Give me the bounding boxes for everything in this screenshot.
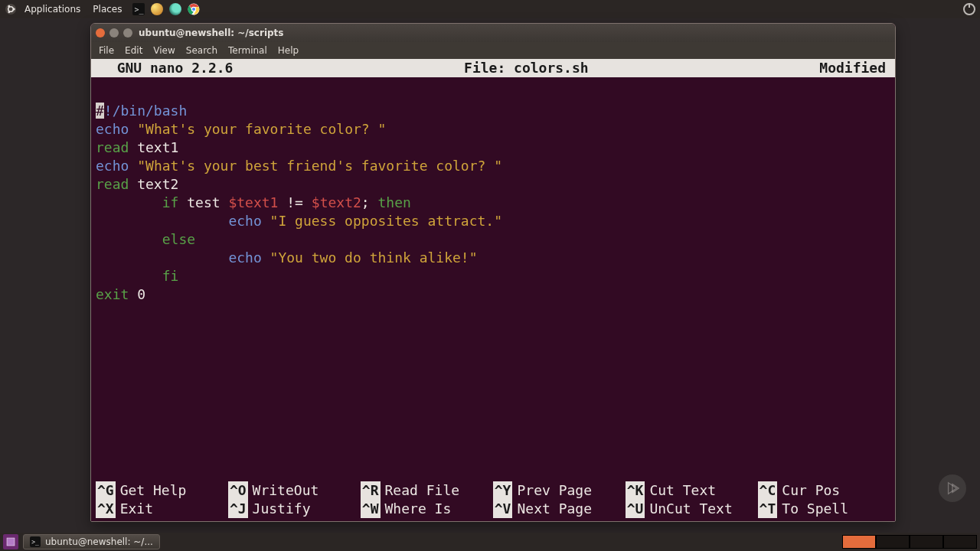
window-titlebar[interactable]: ubuntu@newshell: ~/scripts xyxy=(91,24,895,42)
nano-app-version: GNU nano 2.2.6 xyxy=(100,59,233,77)
shortcut-to-spell[interactable]: ^TTo Spell xyxy=(758,500,890,518)
variable-ref: $text1 xyxy=(228,194,278,210)
taskbar-item-terminal[interactable]: >_ ubuntu@newshell: ~/... xyxy=(23,534,160,549)
app-launcher-icon-2[interactable] xyxy=(169,3,181,15)
semicolon: ; xyxy=(361,194,378,210)
read-cmd: read xyxy=(96,176,129,192)
shortcut-label: Exit xyxy=(120,500,153,518)
var-name: text1 xyxy=(129,139,178,155)
shortcut-label: Cut Text xyxy=(649,481,716,500)
terminal-menubar: File Edit View Search Terminal Help xyxy=(91,42,895,59)
places-menu[interactable]: Places xyxy=(88,0,126,18)
nano-modified-flag: Modified xyxy=(819,59,886,77)
svg-point-4 xyxy=(8,11,10,13)
terminal-icon: >_ xyxy=(30,536,41,547)
string-literal: "What's your favorite color? " xyxy=(137,121,386,137)
window-title: ubuntu@newshell: ~/scripts xyxy=(139,28,284,38)
editor-content[interactable]: #!/bin/bash echo "What's your favorite c… xyxy=(91,77,895,307)
close-button[interactable] xyxy=(96,28,105,37)
chrome-launcher-icon[interactable] xyxy=(188,3,200,15)
svg-point-3 xyxy=(8,5,10,8)
nano-file-label: File: colors.sh xyxy=(233,59,819,77)
indent xyxy=(96,268,162,284)
workspace-3[interactable] xyxy=(910,535,943,549)
shortcut-label: Read File xyxy=(385,481,460,500)
if-keyword: if xyxy=(162,194,188,210)
menu-search[interactable]: Search xyxy=(181,44,222,57)
exit-cmd: exit xyxy=(96,286,129,302)
exit-code: 0 xyxy=(129,286,145,302)
shortcut-cur-pos[interactable]: ^CCur Pos xyxy=(758,481,890,500)
terminal-window: ubuntu@newshell: ~/scripts File Edit Vie… xyxy=(90,23,896,522)
else-keyword: else xyxy=(162,231,195,247)
shortcut-label: WriteOut xyxy=(253,481,319,500)
app-launcher-icon-1[interactable] xyxy=(151,3,163,15)
read-cmd: read xyxy=(96,139,129,155)
shortcut-label: Where Is xyxy=(385,500,452,518)
shortcut-prev-page[interactable]: ^YPrev Page xyxy=(493,481,626,500)
menu-edit[interactable]: Edit xyxy=(120,44,147,57)
shortcut-key: ^G xyxy=(96,481,116,500)
indent xyxy=(96,249,228,266)
menu-help[interactable]: Help xyxy=(273,44,303,57)
terminal-launcher-icon[interactable]: >_ xyxy=(132,3,145,15)
gnome-bottom-panel: >_ ubuntu@newshell: ~/... xyxy=(0,533,980,551)
ubuntu-logo-icon xyxy=(5,3,17,15)
shortcut-label: Cur Pos xyxy=(782,481,840,500)
shortcut-exit[interactable]: ^XExit xyxy=(96,500,228,518)
shortcut-label: To Spell xyxy=(782,500,848,518)
minimize-button[interactable] xyxy=(109,28,119,37)
shortcut-key: ^O xyxy=(228,481,248,500)
gnome-top-panel: Applications Places >_ xyxy=(0,0,980,18)
shortcut-key: ^Y xyxy=(493,481,513,500)
shortcut-key: ^W xyxy=(361,500,381,518)
window-controls xyxy=(96,28,132,37)
menu-terminal[interactable]: Terminal xyxy=(224,44,272,57)
var-name: text2 xyxy=(129,176,178,192)
test-cmd: test xyxy=(187,194,228,210)
shortcut-row-2: ^XExit ^JJustify ^WWhere Is ^VNext Page … xyxy=(96,500,890,518)
shortcut-label: Get Help xyxy=(120,481,187,500)
shortcut-read-file[interactable]: ^RRead File xyxy=(361,481,493,500)
play-watermark-icon xyxy=(939,474,966,502)
echo-cmd: echo xyxy=(96,121,129,137)
shortcut-writeout[interactable]: ^OWriteOut xyxy=(228,481,361,500)
menu-file[interactable]: File xyxy=(94,44,119,57)
shortcut-label: UnCut Text xyxy=(649,500,732,518)
fi-keyword: fi xyxy=(162,268,179,284)
string-literal: "What's your best friend's favorite colo… xyxy=(137,158,502,174)
terminal-body[interactable]: GNU nano 2.2.6 File: colors.sh Modified … xyxy=(91,59,895,521)
shortcut-uncut-text[interactable]: ^UUnCut Text xyxy=(626,500,758,518)
variable-ref: $text2 xyxy=(312,194,361,210)
shortcut-key: ^J xyxy=(228,500,248,518)
power-icon[interactable] xyxy=(963,3,975,15)
echo-cmd: echo xyxy=(96,158,129,174)
cursor: # xyxy=(96,103,104,119)
workspace-4[interactable] xyxy=(943,535,977,549)
indent xyxy=(96,213,228,229)
show-desktop-button[interactable] xyxy=(3,534,18,549)
shortcut-get-help[interactable]: ^GGet Help xyxy=(96,481,228,500)
shortcut-next-page[interactable]: ^VNext Page xyxy=(493,500,626,518)
echo-cmd: echo xyxy=(228,213,261,229)
shortcut-key: ^K xyxy=(626,481,645,500)
shortcut-cut-text[interactable]: ^KCut Text xyxy=(626,481,758,500)
workspace-2[interactable] xyxy=(876,535,910,549)
then-keyword: then xyxy=(378,194,411,210)
shortcut-key: ^T xyxy=(758,500,778,518)
nano-header: GNU nano 2.2.6 File: colors.sh Modified xyxy=(91,59,895,77)
shortcut-row-1: ^GGet Help ^OWriteOut ^RRead File ^YPrev… xyxy=(96,481,890,500)
taskbar-item-label: ubuntu@newshell: ~/... xyxy=(45,536,153,547)
maximize-button[interactable] xyxy=(123,28,132,37)
shortcut-key: ^R xyxy=(361,481,381,500)
desktop-area: ubuntu@newshell: ~/scripts File Edit Vie… xyxy=(0,18,980,533)
shortcut-where-is[interactable]: ^WWhere Is xyxy=(361,500,493,518)
string-literal: "You two do think alike!" xyxy=(262,249,478,266)
shortcut-justify[interactable]: ^JJustify xyxy=(228,500,361,518)
shortcut-label: Next Page xyxy=(517,500,592,518)
workspace-1[interactable] xyxy=(842,535,876,549)
menu-view[interactable]: View xyxy=(149,44,179,57)
applications-menu[interactable]: Applications xyxy=(20,0,85,18)
workspace-switcher xyxy=(842,535,977,549)
echo-cmd: echo xyxy=(228,249,261,266)
